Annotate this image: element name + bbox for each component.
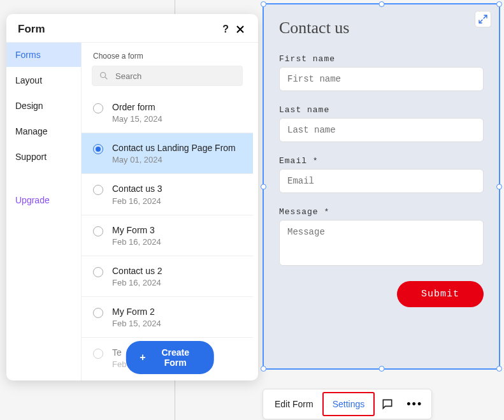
side-tab-support[interactable]: Support (6, 145, 81, 169)
more-icon[interactable]: ••• (400, 395, 429, 414)
preview-title: Contact us (279, 18, 484, 38)
field-label-firstname: First name (279, 54, 484, 64)
create-form-button[interactable]: + Create Form (126, 341, 214, 374)
form-item[interactable]: Contact us 3 Feb 16, 2024 (82, 174, 253, 215)
choose-form-label: Choose a form (82, 43, 253, 66)
field-label-message: Message * (279, 207, 484, 217)
form-preview[interactable]: Contact us First name Last name Email * … (263, 3, 500, 370)
side-tab-design[interactable]: Design (6, 94, 81, 118)
first-name-input[interactable] (279, 67, 484, 91)
panel-header: Form ? (6, 14, 258, 43)
search-icon (99, 71, 109, 81)
settings-button[interactable]: Settings (322, 392, 375, 416)
form-list-panel: Choose a form Order form May 15, 2024 Co (82, 43, 258, 380)
radio-icon[interactable] (93, 349, 103, 359)
search-input[interactable] (115, 71, 236, 81)
radio-icon[interactable] (93, 308, 103, 318)
search-wrapper (92, 66, 243, 86)
form-item-title: Order form (112, 101, 244, 113)
radio-icon[interactable] (93, 226, 103, 236)
resize-handle[interactable] (261, 366, 266, 372)
form-item[interactable]: Contact us 2 Feb 16, 2024 (82, 256, 253, 297)
radio-icon[interactable] (93, 144, 103, 154)
edit-form-button[interactable]: Edit Form (266, 393, 322, 415)
form-item-date: Feb 16, 2024 (112, 237, 244, 247)
form-item-title: Contact us 2 (112, 265, 244, 277)
panel-title: Form (18, 23, 222, 36)
form-item-date: Feb 15, 2024 (112, 319, 244, 328)
side-tab-manage[interactable]: Manage (6, 119, 81, 143)
field-label-lastname: Last name (279, 105, 484, 115)
side-tabs: Forms Layout Design Manage Support Upgra… (6, 43, 82, 380)
form-item-date: Feb 16, 2024 (112, 196, 244, 206)
resize-handle[interactable] (496, 184, 502, 189)
close-icon[interactable] (234, 23, 247, 36)
resize-handle[interactable] (496, 366, 502, 372)
form-item-date: May 15, 2024 (112, 114, 244, 124)
last-name-input[interactable] (279, 118, 484, 142)
form-item-title: Contact us 3 (112, 183, 244, 194)
field-label-email: Email * (279, 156, 484, 166)
resize-handle[interactable] (261, 1, 266, 7)
submit-button[interactable]: Submit (397, 281, 484, 307)
form-item[interactable]: Order form May 15, 2024 (82, 92, 253, 133)
radio-icon[interactable] (93, 185, 103, 195)
form-editor-panel: Form ? Forms Layout Design Manage Suppor… (6, 14, 258, 380)
resize-handle[interactable] (496, 1, 502, 7)
form-list-scroll[interactable]: Choose a form Order form May 15, 2024 Co (82, 43, 258, 380)
element-toolbar: Edit Form Settings ••• (263, 389, 432, 419)
create-form-label: Create Form (151, 347, 200, 368)
form-item-title: My Form 2 (112, 306, 244, 317)
help-icon[interactable]: ? (222, 24, 229, 35)
plus-icon: + (140, 352, 145, 363)
form-item-date: May 01, 2024 (112, 155, 244, 164)
resize-handle[interactable] (261, 184, 266, 189)
expand-icon[interactable] (475, 11, 491, 27)
form-item-title: My Form 3 (112, 224, 244, 236)
form-item-date: Feb 16, 2024 (112, 278, 244, 287)
side-tab-layout[interactable]: Layout (6, 68, 81, 92)
radio-icon[interactable] (93, 267, 103, 277)
side-tab-forms[interactable]: Forms (6, 43, 81, 67)
resize-handle[interactable] (378, 1, 384, 7)
comment-icon[interactable] (375, 394, 400, 414)
resize-handle[interactable] (378, 366, 384, 372)
svg-point-0 (101, 73, 106, 78)
form-item[interactable]: Contact us Landing Page From May 01, 202… (82, 133, 253, 174)
email-input[interactable] (279, 169, 484, 193)
form-item-title: Contact us Landing Page From (112, 142, 244, 154)
radio-icon[interactable] (93, 103, 103, 113)
form-item[interactable]: My Form 3 Feb 16, 2024 (82, 215, 253, 256)
side-tab-upgrade[interactable]: Upgrade (6, 188, 81, 212)
form-item[interactable]: My Form 2 Feb 15, 2024 (82, 297, 253, 338)
message-textarea[interactable] (279, 220, 484, 266)
